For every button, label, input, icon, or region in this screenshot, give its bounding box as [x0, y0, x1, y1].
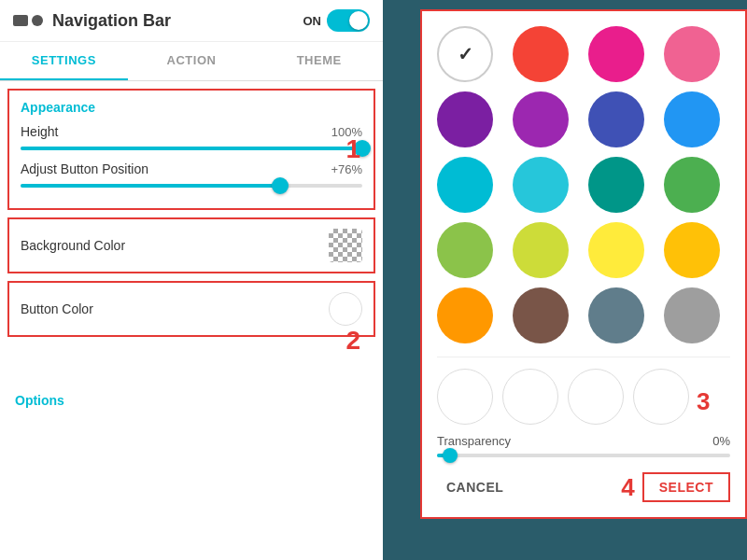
color-grid: ✓ — [437, 26, 730, 343]
appearance-label: Appearance — [21, 100, 362, 115]
button-position-label: Adjust Button Position — [21, 161, 148, 176]
left-panel: Navigation Bar ON SETTINGS ACTION THEME … — [0, 0, 383, 560]
color-lime[interactable] — [513, 222, 569, 278]
transparency-label-row: Transparency 0% — [437, 434, 730, 448]
cancel-button[interactable]: CANCEL — [437, 474, 513, 500]
transparency-slider[interactable] — [437, 454, 730, 457]
nav-bar-toggle[interactable] — [327, 9, 370, 32]
color-red[interactable] — [513, 26, 569, 82]
trans-circle-3[interactable] — [568, 369, 624, 425]
color-pink[interactable] — [588, 26, 644, 82]
color-cyan[interactable] — [437, 157, 493, 213]
color-orange[interactable] — [437, 287, 493, 343]
color-green[interactable] — [664, 157, 720, 213]
transparency-value: 0% — [712, 434, 730, 448]
color-picker-dialog: ✓ — [420, 9, 747, 519]
color-grey[interactable] — [664, 287, 720, 343]
button-position-thumb[interactable] — [272, 177, 289, 194]
button-color-label: Button Color — [21, 301, 93, 316]
button-color-swatch[interactable] — [329, 292, 362, 326]
icon-part2 — [32, 15, 43, 26]
color-teal[interactable] — [588, 157, 644, 213]
color-brown[interactable] — [513, 287, 569, 343]
height-row: Height 100% — [21, 124, 362, 139]
right-panel: ✓ — [383, 0, 747, 560]
trans-circle-4[interactable] — [633, 369, 689, 425]
checkmark-icon: ✓ — [458, 43, 473, 65]
tab-settings[interactable]: SETTINGS — [0, 42, 128, 80]
transparency-slider-thumb[interactable] — [443, 448, 458, 463]
color-blue-grey[interactable] — [588, 287, 644, 343]
icon-part1 — [13, 15, 28, 26]
number-2: 2 — [345, 326, 360, 356]
options-label[interactable]: Options — [0, 382, 383, 415]
number-4: 4 — [621, 473, 634, 502]
height-slider-fill — [21, 147, 362, 150]
color-light-cyan[interactable] — [513, 157, 569, 213]
dialog-buttons: CANCEL 4 SELECT — [437, 472, 730, 502]
button-color-row[interactable]: Button Color — [7, 281, 375, 337]
color-light-green[interactable] — [437, 222, 493, 278]
color-light-pink[interactable] — [664, 26, 720, 82]
transparency-circles — [437, 369, 689, 425]
color-blue[interactable] — [664, 91, 720, 147]
color-yellow[interactable] — [588, 222, 644, 278]
background-color-label: Background Color — [21, 238, 125, 253]
appearance-section: Appearance Height 100% Adjust Button Pos… — [7, 89, 375, 210]
height-label: Height — [21, 124, 58, 139]
nav-bar-icon — [13, 15, 43, 26]
toggle-container[interactable]: ON — [303, 9, 371, 32]
header: Navigation Bar ON — [0, 0, 383, 42]
number-3: 3 — [697, 387, 710, 416]
color-purple[interactable] — [513, 91, 569, 147]
height-slider[interactable] — [21, 147, 362, 150]
color-dark-purple[interactable] — [437, 91, 493, 147]
button-position-fill — [21, 184, 280, 188]
background-color-row[interactable]: Background Color — [7, 217, 375, 273]
button-position-slider[interactable] — [21, 184, 362, 188]
color-amber[interactable] — [664, 222, 720, 278]
toggle-label: ON — [303, 14, 322, 28]
background-color-swatch[interactable] — [329, 229, 362, 262]
select-button[interactable]: SELECT — [642, 472, 730, 502]
color-white[interactable]: ✓ — [437, 26, 493, 82]
trans-circle-2[interactable] — [502, 369, 558, 425]
number-1: 1 — [345, 134, 360, 164]
settings-content: Appearance Height 100% Adjust Button Pos… — [0, 81, 383, 560]
tabs: SETTINGS ACTION THEME — [0, 42, 383, 81]
trans-circle-1[interactable] — [437, 369, 493, 425]
color-indigo[interactable] — [588, 91, 644, 147]
button-position-row: Adjust Button Position +76% — [21, 161, 362, 176]
header-title: Navigation Bar — [52, 11, 303, 31]
tab-theme[interactable]: THEME — [255, 42, 383, 80]
transparency-label: Transparency — [437, 434, 511, 448]
transparency-section: 3 Transparency 0% CANCEL 4 SELECT — [437, 357, 730, 502]
tab-action[interactable]: ACTION — [128, 42, 256, 80]
